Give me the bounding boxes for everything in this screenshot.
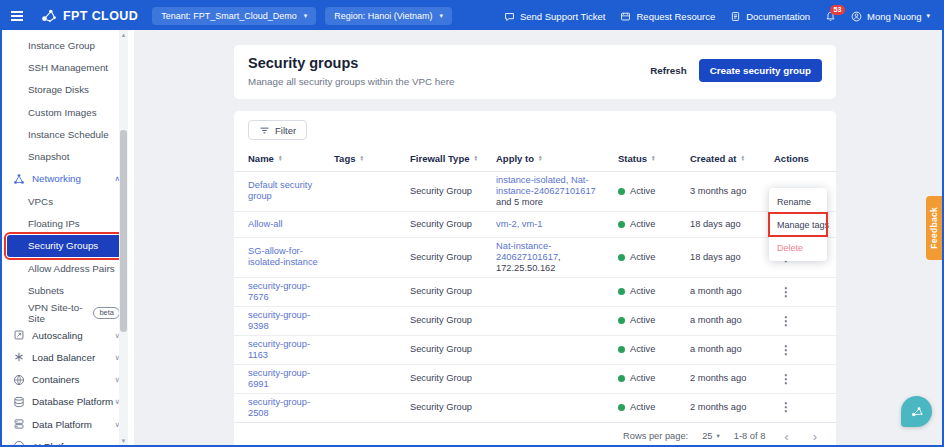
table-row: SG-allow-for-isolated-instanceSecurity G… [234, 238, 836, 278]
actions-cell: ⋮ [774, 314, 822, 328]
person-icon [851, 11, 862, 22]
sidebar-item-autoscaling[interactable]: Autoscaling∨ [2, 324, 134, 346]
chevron-down-icon: ▾ [926, 12, 930, 20]
created-at-cell: a month ago [690, 344, 774, 355]
page-title: Security groups [248, 55, 454, 71]
menu-item-manage-tags[interactable]: Manage tags [769, 213, 827, 236]
status-cell: Active [618, 344, 690, 355]
sidebar-item-snapshot[interactable]: Snapshot [2, 145, 134, 167]
menu-item-rename[interactable]: Rename [769, 190, 827, 213]
scroll-down-arrow-icon[interactable]: ▼ [119, 436, 128, 445]
security-group-name-link[interactable]: security-group-1163 [248, 339, 310, 360]
sidebar-item-ssh-management[interactable]: SSH Management [2, 56, 134, 78]
column-header-tags[interactable]: Tags▲▼ [334, 153, 410, 164]
security-group-name-link[interactable]: security-group-9398 [248, 310, 310, 331]
apply-to-link[interactable]: vm-2, vm-1 [496, 219, 543, 229]
notifications-button[interactable]: 53 [825, 11, 836, 22]
firewall-type-cell: Security Group [410, 344, 496, 355]
created-at-cell: 2 months ago [690, 402, 774, 413]
region-selector[interactable]: Region: Hanoi (Vietnam) ▾ [325, 7, 452, 25]
sidebar-item-load-balancer[interactable]: Load Balancer∨ [2, 346, 134, 368]
status-text: Active [630, 373, 655, 384]
firewall-type-cell: Security Group [410, 186, 496, 197]
sort-icon[interactable]: ▲▼ [359, 156, 364, 162]
request-resource-link[interactable]: Request Resource [620, 11, 715, 22]
sort-icon[interactable]: ▲▼ [538, 156, 543, 162]
topbar-right: Send Support TicketRequest ResourceDocum… [504, 11, 942, 22]
apply-to-link[interactable]: Nat-instance-240627101617 [496, 241, 558, 262]
sidebar-item-security-groups[interactable]: Security Groups [7, 235, 124, 257]
column-header-apply-to[interactable]: Apply to▲▼ [496, 153, 618, 164]
status-cell: Active [618, 402, 690, 413]
sidebar-item-data-platform[interactable]: Data Platform∨ [2, 413, 134, 435]
table-body: Default security groupSecurity Groupinst… [234, 172, 836, 422]
actions-cell: ⋮ [774, 372, 822, 386]
menu-item-delete[interactable]: Delete [769, 236, 827, 259]
apply-to-link[interactable]: instance-isolated, Nat-instance-24062710… [496, 175, 596, 196]
documentation-link[interactable]: Documentation [730, 11, 810, 22]
kebab-menu-icon[interactable]: ⋮ [774, 400, 798, 414]
hamburger-menu-icon[interactable] [2, 11, 32, 21]
security-group-name-link[interactable]: Allow-all [248, 219, 283, 229]
user-menu[interactable]: Mong Nuong ▾ [851, 11, 930, 22]
feedback-tab[interactable]: Feedback [926, 196, 942, 260]
firewall-type-cell: Security Group [410, 315, 496, 326]
document-icon [730, 11, 741, 22]
filter-button[interactable]: Filter [248, 120, 307, 140]
sidebar-item-database-platform[interactable]: Database Platform∨ [2, 391, 134, 413]
kebab-menu-icon[interactable]: ⋮ [774, 372, 798, 386]
previous-page-button[interactable]: ‹ [779, 430, 793, 443]
chevron-down-icon: ▾ [304, 12, 308, 20]
create-security-group-button[interactable]: Create security group [699, 59, 822, 82]
status-text: Active [630, 402, 655, 413]
column-header-name[interactable]: Name▲▼ [248, 153, 334, 164]
chatbot-button[interactable] [901, 396, 932, 427]
sort-icon[interactable]: ▲▼ [651, 156, 656, 162]
sort-icon[interactable]: ▲▼ [740, 156, 745, 162]
sidebar-scrollbar[interactable]: ▲ ▼ [119, 30, 128, 445]
sidebar-item-vpcs[interactable]: VPCs [2, 190, 134, 212]
kebab-menu-icon[interactable]: ⋮ [774, 285, 798, 299]
logo-text: FPT CLOUD [63, 9, 138, 23]
sidebar: Instance GroupSSH ManagementStorage Disk… [2, 30, 134, 445]
column-header-firewall-type[interactable]: Firewall Type▲▼ [410, 153, 496, 164]
sidebar-item-vpn-site-to-site[interactable]: VPN Site-to-Sitebeta [2, 302, 134, 324]
status-cell: Active [618, 286, 690, 297]
sidebar-item-networking[interactable]: Networking∧ [2, 168, 134, 190]
firewall-type-cell: Security Group [410, 286, 496, 297]
sidebar-item-custom-images[interactable]: Custom Images [2, 101, 134, 123]
pagination: Rows per page: 25 ▾ 1-8 of 8 ‹ › [234, 422, 836, 447]
rows-per-page-select[interactable]: 25 ▾ [702, 431, 720, 441]
containers-icon [13, 374, 25, 386]
sidebar-item-storage-disks[interactable]: Storage Disks [2, 79, 134, 101]
security-group-name-link[interactable]: Default security group [248, 180, 312, 201]
scrollbar-thumb[interactable] [120, 130, 127, 332]
network-icon [13, 173, 25, 185]
refresh-button[interactable]: Refresh [650, 65, 686, 76]
status-dot [618, 317, 625, 324]
send-support-ticket-link[interactable]: Send Support Ticket [504, 11, 606, 22]
sidebar-item-floating-ips[interactable]: Floating IPs [2, 212, 134, 234]
sidebar-item-containers[interactable]: Containers∨ [2, 368, 134, 390]
security-group-name-link[interactable]: security-group-2508 [248, 397, 310, 418]
sort-icon[interactable]: ▲▼ [278, 156, 283, 162]
created-at-cell: 2 months ago [690, 373, 774, 384]
security-group-name-link[interactable]: security-group-6991 [248, 368, 310, 389]
sidebar-item-ai-platform[interactable]: AI Platform∨ [2, 435, 134, 447]
sidebar-item-instance-schedule[interactable]: Instance Schedule [2, 123, 134, 145]
column-header-created-at[interactable]: Created at▲▼ [690, 153, 774, 164]
sort-icon[interactable]: ▲▼ [473, 156, 478, 162]
security-group-name-link[interactable]: SG-allow-for-isolated-instance [248, 246, 318, 267]
tenant-selector[interactable]: Tenant: FPT_Smart_Cloud_Demo ▾ [152, 7, 316, 25]
kebab-menu-icon[interactable]: ⋮ [774, 314, 798, 328]
kebab-menu-icon[interactable]: ⋮ [774, 343, 798, 357]
status-text: Active [630, 252, 655, 263]
security-group-name-link[interactable]: security-group-7676 [248, 281, 310, 302]
sidebar-item-allow-address-pairs[interactable]: Allow Address Pairs [2, 257, 134, 279]
sidebar-item-subnets[interactable]: Subnets [2, 279, 134, 301]
column-header-status[interactable]: Status▲▼ [618, 153, 690, 164]
scroll-up-arrow-icon[interactable]: ▲ [119, 30, 128, 39]
sidebar-item-instance-group[interactable]: Instance Group [2, 34, 134, 56]
next-page-button[interactable]: › [808, 430, 822, 443]
table-row: security-group-9398Security GroupActivea… [234, 307, 836, 336]
